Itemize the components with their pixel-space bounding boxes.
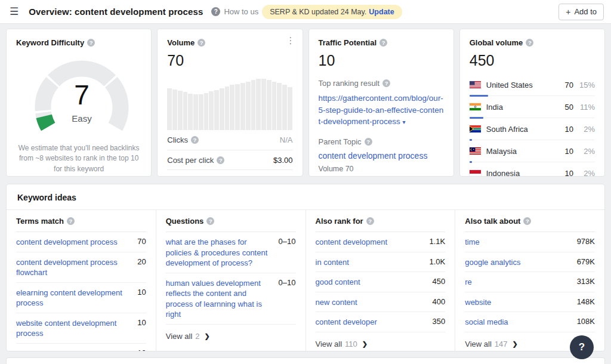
country-percent: 15%: [573, 81, 595, 90]
top-ranking-help-icon[interactable]: ?: [382, 79, 390, 87]
volume-card: Volume? ⋮ 70 Clicks? N/A Cost per click?…: [157, 29, 303, 177]
chevron-right-icon: ❯: [513, 340, 518, 348]
also-talk-help-icon[interactable]: ?: [523, 217, 531, 225]
volume-trend-chart: [167, 76, 292, 130]
keyword-link[interactable]: social media: [465, 317, 570, 328]
country-volume: 10: [556, 147, 573, 156]
keyword-row: elearning content development process10: [16, 283, 146, 313]
cpc-value: $3.00: [273, 156, 293, 165]
kebab-menu-icon[interactable]: ⋮: [286, 35, 295, 46]
country-row-south-africa: South Africa 10 2%: [470, 118, 595, 140]
also-talk-about-header: Also talk about?: [465, 210, 595, 232]
keyword-link[interactable]: good content: [316, 277, 427, 288]
cpc-label: Cost per click?: [167, 156, 224, 165]
kd-note: We estimate that you'll need backlinks f…: [16, 143, 141, 174]
country-name: South Africa: [486, 125, 556, 134]
chevron-right-icon: ❯: [362, 340, 368, 348]
keyword-link[interactable]: website: [465, 297, 570, 308]
keyword-link[interactable]: website content development process: [16, 318, 131, 339]
parent-topic-link[interactable]: content development process: [319, 151, 428, 161]
global-volume-help-icon[interactable]: ?: [526, 39, 533, 47]
clicks-value: N/A: [280, 135, 293, 144]
questions-help-icon[interactable]: ?: [206, 217, 214, 225]
metric-cards-row: Keyword Difficulty? 7 Easy We estimate t…: [6, 29, 605, 177]
flag-indonesia-icon: [470, 170, 481, 177]
also-rank-for-column: Also rank for? content development1.1K i…: [306, 210, 455, 351]
add-to-button[interactable]: + Add to: [558, 4, 604, 20]
parent-topic-label: Parent Topic?: [319, 137, 444, 146]
next-section-panel-edge: [6, 357, 605, 364]
keyword-volume: 10: [137, 288, 146, 297]
view-all-also-rank[interactable]: View all110❯: [316, 332, 446, 351]
volume-help-icon[interactable]: ?: [198, 39, 205, 47]
clicks-per-search-label: Clicks per search?: [167, 175, 237, 177]
keyword-link[interactable]: elearning content development process: [16, 288, 131, 309]
keyword-volume: 20: [137, 257, 146, 266]
flag-us-icon: [470, 81, 481, 88]
also-rank-for-header: Also rank for?: [316, 210, 446, 232]
country-percent: 2%: [573, 125, 595, 134]
how-to-label: How to us: [224, 7, 258, 16]
top-ranking-label: Top ranking result?: [319, 79, 444, 88]
kd-gauge: 7 Easy: [16, 50, 147, 137]
keyword-link[interactable]: content development process: [16, 237, 131, 248]
keyword-row: in content1.0K: [316, 252, 446, 273]
keyword-volume: 0–10: [279, 278, 296, 287]
volume-value: 70: [167, 52, 292, 69]
country-volume: 70: [556, 81, 573, 90]
keyword-row: website content development process10: [16, 313, 146, 344]
questions-header: Questions?: [166, 210, 296, 232]
keyword-link[interactable]: content development: [316, 237, 424, 248]
traffic-potential-value: 10: [319, 52, 444, 69]
flag-malaysia-icon: [470, 147, 481, 155]
top-bar: ☰ Overview: content development process …: [0, 0, 611, 24]
traffic-potential-title: Traffic Potential: [319, 38, 377, 47]
keyword-link[interactable]: what are the phases for policies & proce…: [166, 237, 273, 269]
view-all-questions[interactable]: View all2❯: [166, 325, 296, 348]
clicks-help-icon[interactable]: ?: [191, 136, 199, 144]
keyword-row: google analytics679K: [465, 252, 595, 273]
how-to-link[interactable]: ? How to us: [211, 7, 258, 16]
country-row-indonesia: Indonesia 10 2%: [470, 162, 595, 177]
keyword-row: training content development process10: [16, 344, 146, 351]
keyword-volume: 350: [433, 317, 446, 326]
cpc-help-icon[interactable]: ?: [217, 156, 224, 164]
terms-match-column: Terms match? content development process…: [7, 210, 156, 351]
hamburger-menu-icon[interactable]: ☰: [10, 5, 18, 18]
top-ranking-url-link[interactable]: https://gathercontent.com/blog/our-5-ste…: [319, 92, 444, 128]
keyword-link[interactable]: new content: [316, 297, 427, 308]
country-name: United States: [486, 81, 556, 90]
tp-help-icon[interactable]: ?: [379, 39, 387, 47]
terms-match-help-icon[interactable]: ?: [67, 217, 75, 225]
update-notice-text: SERP & KD updated 24 May.: [270, 8, 366, 16]
keyword-difficulty-card: Keyword Difficulty? 7 Easy We estimate t…: [6, 29, 152, 177]
country-percent: 2%: [573, 169, 595, 177]
keyword-link[interactable]: content developer: [316, 317, 427, 328]
clicks-per-search-row: Clicks per search? N/A: [167, 169, 292, 177]
keyword-link[interactable]: content development process flowchart: [16, 257, 131, 278]
kd-title: Keyword Difficulty: [16, 38, 84, 47]
country-percent: 11%: [573, 103, 595, 112]
keyword-volume: 10: [137, 348, 146, 351]
keyword-ideas-panel: Keyword ideas Terms match? content devel…: [6, 184, 605, 351]
serp-update-banner: SERP & KD updated 24 May.Update: [262, 5, 402, 19]
keyword-link[interactable]: training content development process: [16, 348, 131, 351]
country-row-malaysia: Malaysia 10 2%: [470, 140, 595, 162]
cps-help-icon[interactable]: ?: [230, 176, 237, 177]
country-name: Indonesia: [486, 169, 556, 177]
keyword-link[interactable]: human values development reflects the co…: [166, 278, 273, 320]
country-volume: 10: [556, 169, 573, 177]
keyword-link[interactable]: re: [465, 277, 570, 288]
keyword-row: re313K: [465, 272, 595, 292]
parent-topic-help-icon[interactable]: ?: [365, 138, 372, 146]
keyword-link[interactable]: google analytics: [465, 257, 570, 268]
kd-help-icon[interactable]: ?: [87, 39, 95, 47]
help-floating-button[interactable]: ?: [570, 335, 594, 359]
update-link[interactable]: Update: [369, 8, 394, 16]
keyword-link[interactable]: in content: [316, 257, 424, 268]
keyword-link[interactable]: time: [465, 237, 570, 248]
clicks-row: Clicks? N/A: [167, 130, 292, 150]
chevron-right-icon: ❯: [205, 332, 210, 340]
volume-title: Volume: [167, 38, 195, 47]
also-rank-help-icon[interactable]: ?: [366, 217, 374, 225]
